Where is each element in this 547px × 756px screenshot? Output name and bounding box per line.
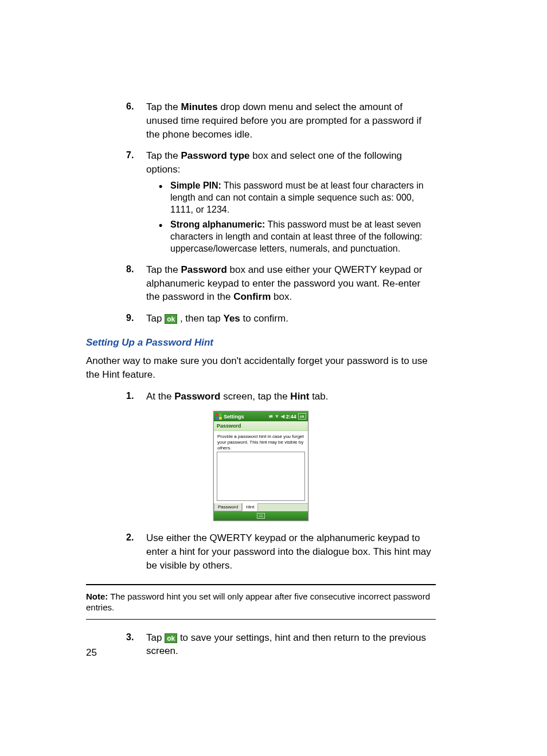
embedded-screenshot: Settings ⇄ ▼ ◀ 2:44 ok Password Provide … bbox=[86, 411, 436, 521]
step-7: 7. Tap the Password type box and select … bbox=[86, 149, 436, 254]
bullet-simple-pin: Simple PIN: This password must be at lea… bbox=[146, 180, 436, 216]
step-number: 7. bbox=[126, 149, 134, 162]
step-text: Tap the Password type box and select one… bbox=[146, 150, 402, 175]
divider-top bbox=[86, 584, 436, 585]
keyboard-icon[interactable] bbox=[257, 513, 265, 519]
step-text: At the Password screen, tap the Hint tab… bbox=[146, 391, 329, 402]
note-text: The password hint you set will only appe… bbox=[86, 592, 430, 613]
step-text: Use either the QWERTY keypad or the alph… bbox=[146, 532, 431, 571]
wm-ok-button[interactable]: ok bbox=[298, 413, 306, 420]
signal-icon: ▼ bbox=[275, 414, 279, 419]
step-number: 2. bbox=[126, 531, 134, 544]
intro-paragraph: Another way to make sure you don't accid… bbox=[86, 354, 436, 382]
step-number: 8. bbox=[126, 263, 134, 276]
divider-bottom bbox=[86, 619, 436, 620]
wm-titlebar: Settings ⇄ ▼ ◀ 2:44 ok bbox=[214, 412, 308, 421]
step-8: 8. Tap the Password box and use either y… bbox=[86, 263, 436, 304]
windows-mobile-screen: Settings ⇄ ▼ ◀ 2:44 ok Password Provide … bbox=[213, 411, 308, 521]
wm-tab-hint[interactable]: Hint bbox=[242, 503, 258, 511]
wm-tabs: Password Hint bbox=[214, 503, 308, 511]
ordered-list-hint-final: 3. Tap ok to save your settings, hint an… bbox=[86, 631, 436, 659]
step-6: 6. Tap the Minutes drop down menu and se… bbox=[86, 100, 436, 141]
note-label: Note: bbox=[86, 592, 108, 601]
wm-title: Settings bbox=[224, 414, 244, 420]
ordered-list-main: 6. Tap the Minutes drop down menu and se… bbox=[86, 100, 436, 326]
wm-hint-textarea[interactable] bbox=[217, 452, 305, 501]
ok-button-icon: ok bbox=[165, 633, 177, 643]
hint-step-3: 3. Tap ok to save your settings, hint an… bbox=[86, 631, 436, 659]
ok-button-icon: ok bbox=[165, 314, 177, 324]
connectivity-icon: ⇄ bbox=[269, 414, 273, 419]
wm-subheader: Password bbox=[214, 421, 308, 431]
step-text: Tap ok to save your settings, hint and t… bbox=[146, 632, 426, 657]
step-text: Tap the Password box and use either your… bbox=[146, 264, 422, 303]
step-number: 3. bbox=[126, 631, 134, 644]
hint-step-1: 1. At the Password screen, tap the Hint … bbox=[86, 390, 436, 404]
ordered-list-hint: 1. At the Password screen, tap the Hint … bbox=[86, 390, 436, 404]
hint-step-2: 2. Use either the QWERTY keypad or the a… bbox=[86, 531, 436, 572]
bullet-strong-alpha: Strong alphanumeric: This password must … bbox=[146, 219, 436, 254]
volume-icon: ◀ bbox=[281, 414, 284, 419]
ordered-list-hint-cont: 2. Use either the QWERTY keypad or the a… bbox=[86, 531, 436, 572]
wm-time: 2:44 bbox=[286, 414, 296, 420]
section-heading-password-hint: Setting Up a Password Hint bbox=[86, 337, 436, 348]
bullet-list: Simple PIN: This password must be at lea… bbox=[146, 180, 436, 255]
step-number: 6. bbox=[126, 100, 134, 113]
wm-bottombar bbox=[214, 511, 308, 520]
document-content: 6. Tap the Minutes drop down menu and se… bbox=[86, 100, 436, 658]
note-block: Note: The password hint you set will onl… bbox=[86, 591, 436, 613]
step-9: 9. Tap ok , then tap Yes to confirm. bbox=[86, 312, 436, 326]
wm-instruction-text: Provide a password hint in case you forg… bbox=[214, 431, 308, 452]
step-number: 9. bbox=[126, 312, 134, 324]
step-number: 1. bbox=[126, 390, 134, 402]
windows-flag-icon bbox=[216, 413, 222, 420]
step-text: Tap the Minutes drop down menu and selec… bbox=[146, 101, 421, 140]
step-text: Tap ok , then tap Yes to confirm. bbox=[146, 313, 288, 324]
wm-tab-password[interactable]: Password bbox=[214, 503, 242, 511]
page-number: 25 bbox=[86, 647, 97, 659]
